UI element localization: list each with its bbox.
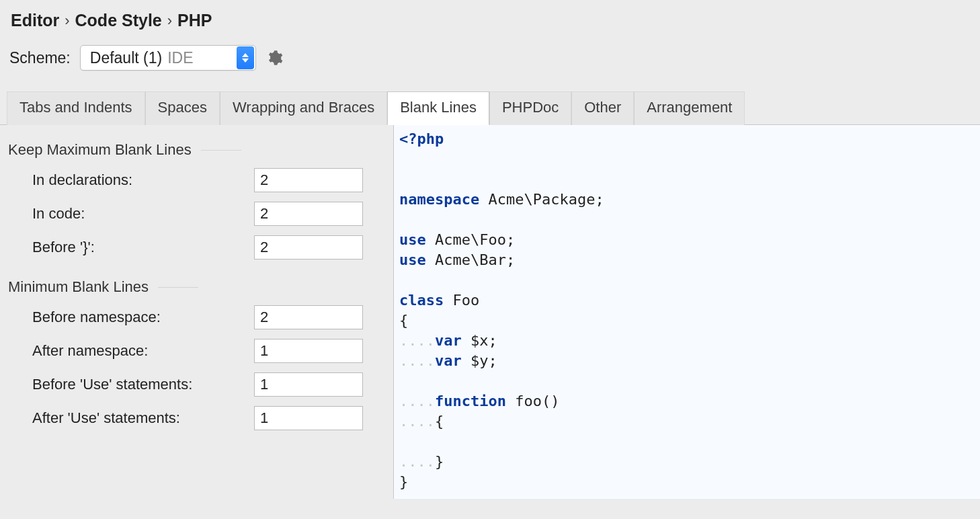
code-varx: $x; — [462, 332, 497, 349]
indent-dots: .... — [399, 453, 435, 470]
scheme-label: Scheme: — [9, 49, 71, 67]
label-in-code: In code: — [32, 205, 254, 223]
kw-var: var — [435, 352, 462, 369]
breadcrumb-editor: Editor — [11, 11, 59, 30]
kw-var: var — [435, 332, 462, 349]
input-before-use[interactable] — [254, 372, 363, 397]
breadcrumb-php: PHP — [177, 11, 212, 30]
tabs: Tabs and Indents Spaces Wrapping and Bra… — [0, 91, 980, 125]
indent-dots: .... — [399, 393, 435, 409]
input-after-use[interactable] — [254, 406, 363, 430]
group-min-label: Minimum Blank Lines — [8, 278, 149, 296]
svg-marker-0 — [242, 53, 249, 57]
tab-spaces[interactable]: Spaces — [145, 91, 220, 125]
breadcrumb-sep: › — [167, 12, 172, 30]
kw-use: use — [399, 251, 426, 268]
breadcrumb: Editor › Code Style › PHP — [0, 0, 980, 37]
indent-dots: .... — [399, 352, 435, 369]
kw-namespace: namespace — [399, 191, 479, 208]
indent-dots: .... — [399, 332, 435, 349]
svg-marker-1 — [242, 58, 249, 63]
input-before-brace[interactable] — [254, 235, 363, 260]
scheme-scope-tag: IDE — [167, 49, 193, 67]
indent-dots: .... — [399, 413, 435, 430]
settings-panel: Keep Maximum Blank Lines In declarations… — [0, 125, 394, 499]
input-in-declarations[interactable] — [254, 168, 363, 192]
label-before-namespace: Before namespace: — [32, 309, 254, 326]
kw-use: use — [399, 231, 426, 248]
kw-class: class — [399, 292, 444, 309]
code-ns: Acme\Package; — [479, 191, 604, 208]
group-keep-max-label: Keep Maximum Blank Lines — [8, 141, 192, 159]
label-after-use: After 'Use' statements: — [32, 409, 254, 427]
divider — [201, 150, 241, 151]
input-before-namespace[interactable] — [254, 305, 363, 329]
divider — [158, 287, 198, 288]
label-after-namespace: After namespace: — [32, 342, 254, 360]
code-use1: Acme\Foo; — [426, 231, 515, 248]
group-keep-max-title: Keep Maximum Blank Lines — [8, 141, 381, 159]
code-openbrace: { — [399, 312, 408, 329]
code-closebrace: } — [399, 473, 408, 490]
code-preview: <?php namespace Acme\Package; use Acme\F… — [394, 125, 980, 499]
breadcrumb-sep: › — [65, 12, 69, 30]
code-php-open: <?php — [399, 130, 444, 147]
breadcrumb-codestyle: Code Style — [75, 11, 162, 30]
updown-icon — [237, 46, 254, 69]
group-min-title: Minimum Blank Lines — [8, 278, 381, 296]
tab-arrangement[interactable]: Arrangement — [634, 91, 745, 125]
tab-wrapping-and-braces[interactable]: Wrapping and Braces — [220, 91, 387, 125]
tab-phpdoc[interactable]: PHPDoc — [489, 91, 571, 125]
gear-icon[interactable] — [266, 49, 283, 67]
code-fnclose: } — [435, 453, 444, 470]
tab-tabs-and-indents[interactable]: Tabs and Indents — [7, 91, 145, 125]
tab-other[interactable]: Other — [571, 91, 634, 125]
label-before-brace: Before '}': — [32, 239, 254, 256]
code-use2: Acme\Bar; — [426, 251, 515, 268]
code-fnsig: foo() — [506, 393, 559, 409]
input-in-code[interactable] — [254, 202, 363, 226]
code-classname: Foo — [444, 292, 479, 309]
code-vary: $y; — [462, 352, 497, 369]
kw-function: function — [435, 393, 506, 409]
label-in-declarations: In declarations: — [32, 171, 254, 189]
scheme-select[interactable]: Default (1) IDE — [80, 45, 256, 71]
code-fnopen: { — [435, 413, 444, 430]
label-before-use: Before 'Use' statements: — [32, 376, 254, 393]
tab-blank-lines[interactable]: Blank Lines — [387, 91, 489, 125]
scheme-value: Default (1) — [90, 49, 162, 67]
input-after-namespace[interactable] — [254, 339, 363, 363]
